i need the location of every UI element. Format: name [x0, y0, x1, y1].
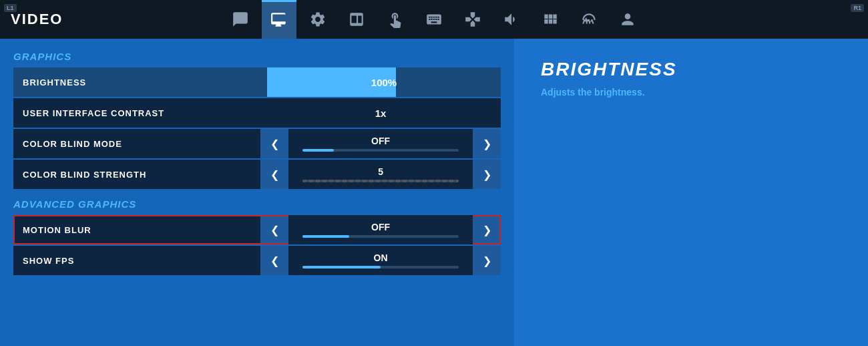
color-blind-mode-value: OFF — [371, 136, 390, 146]
brightness-value: 100% — [267, 77, 501, 88]
controller-nav-icon[interactable] — [455, 0, 490, 39]
right-panel: BRIGHTNESS Adjusts the brightness. — [514, 39, 868, 346]
show-fps-left[interactable]: ❮ — [260, 246, 288, 275]
advanced-graphics-group: ADVANCED GRAPHICS MOTION BLUR ❮ OFF ❯ — [13, 198, 501, 275]
right-panel-title: BRIGHTNESS — [541, 59, 841, 80]
main-content: GRAPHICS BRIGHTNESS 100% USER INTERFACE … — [0, 39, 868, 346]
grid-nav-icon[interactable] — [533, 0, 568, 39]
keyboard-nav-icon[interactable] — [417, 0, 451, 39]
graphics-section-title: GRAPHICS — [13, 51, 501, 62]
color-blind-mode-right[interactable]: ❯ — [473, 129, 501, 158]
gear-nav-icon[interactable] — [300, 0, 335, 39]
color-blind-strength-right[interactable]: ❯ — [473, 160, 501, 189]
motion-blur-value: OFF — [371, 222, 390, 232]
left-panel: GRAPHICS BRIGHTNESS 100% USER INTERFACE … — [0, 39, 514, 346]
color-blind-strength-center: 5 — [288, 160, 473, 189]
color-blind-strength-value: 5 — [378, 166, 383, 177]
show-fps-center: ON — [288, 246, 473, 275]
motion-blur-right[interactable]: ❯ — [473, 215, 501, 244]
advanced-graphics-section-title: ADVANCED GRAPHICS — [13, 198, 501, 210]
display-nav-icon[interactable] — [339, 0, 374, 39]
monitor-nav-icon[interactable] — [262, 0, 296, 39]
color-blind-strength-label: COLOR BLIND STRENGTH — [13, 170, 260, 180]
show-fps-right[interactable]: ❯ — [473, 246, 501, 275]
brightness-control[interactable]: 100% — [267, 67, 501, 97]
show-fps-control: ❮ ON ❯ — [260, 246, 501, 275]
ui-contrast-value: 1x — [375, 108, 387, 119]
show-fps-label: SHOW FPS — [13, 256, 260, 266]
color-blind-mode-center: OFF — [288, 129, 473, 158]
motion-blur-fill — [302, 235, 349, 238]
touch-nav-icon[interactable] — [378, 0, 413, 39]
top-bar: VIDEO L1 — [0, 0, 868, 39]
gamepad-nav-icon[interactable] — [572, 0, 606, 39]
color-blind-mode-left[interactable]: ❮ — [260, 129, 288, 158]
color-blind-mode-control: ❮ OFF ❯ — [260, 129, 501, 158]
motion-blur-center: OFF — [288, 215, 473, 244]
motion-blur-row[interactable]: MOTION BLUR ❮ OFF ❯ — [13, 215, 501, 244]
show-fps-fill — [302, 266, 381, 269]
ui-contrast-row[interactable]: USER INTERFACE CONTRAST 1x — [13, 98, 501, 128]
right-panel-description: Adjusts the brightness. — [541, 87, 841, 98]
show-fps-row[interactable]: SHOW FPS ❮ ON ❯ — [13, 246, 501, 275]
profile-nav-icon[interactable] — [610, 0, 645, 39]
brightness-row[interactable]: BRIGHTNESS 100% — [13, 67, 501, 97]
show-fps-value: ON — [374, 252, 388, 263]
motion-blur-label: MOTION BLUR — [13, 225, 260, 235]
ui-contrast-control: 1x — [260, 98, 501, 128]
color-blind-mode-label: COLOR BLIND MODE — [13, 139, 260, 149]
color-blind-strength-row[interactable]: COLOR BLIND STRENGTH ❮ 5 ❯ — [13, 160, 501, 189]
color-blind-mode-track — [302, 149, 459, 152]
chat-nav-icon[interactable] — [223, 0, 258, 39]
brightness-label: BRIGHTNESS — [13, 77, 267, 88]
color-blind-strength-fill — [302, 180, 459, 182]
page-title: VIDEO — [11, 11, 63, 28]
show-fps-track — [302, 266, 459, 269]
badge-l: L1 — [4, 4, 17, 12]
motion-blur-control: ❮ OFF ❯ — [260, 215, 501, 244]
color-blind-mode-fill — [302, 149, 334, 152]
ui-contrast-label: USER INTERFACE CONTRAST — [13, 108, 260, 118]
nav-icons — [223, 0, 645, 39]
audio-nav-icon[interactable] — [494, 0, 529, 39]
color-blind-strength-left[interactable]: ❮ — [260, 160, 288, 189]
graphics-group: GRAPHICS BRIGHTNESS 100% USER INTERFACE … — [13, 51, 501, 189]
motion-blur-track — [302, 235, 459, 238]
color-blind-mode-row[interactable]: COLOR BLIND MODE ❮ OFF ❯ — [13, 129, 501, 158]
color-blind-strength-control: ❮ 5 ❯ — [260, 160, 501, 189]
badge-r: R1 — [851, 4, 864, 12]
motion-blur-left[interactable]: ❮ — [260, 215, 288, 244]
color-blind-strength-track — [302, 180, 459, 182]
